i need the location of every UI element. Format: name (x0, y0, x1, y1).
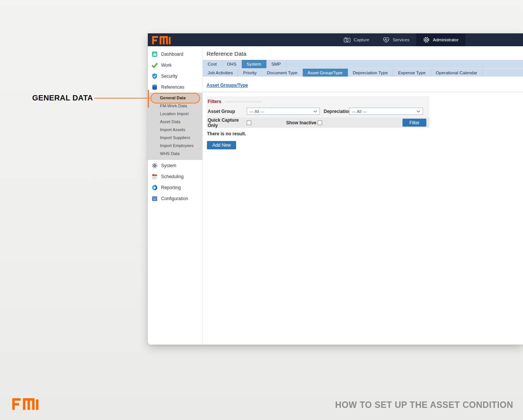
sidebar-item-label: Work (161, 63, 172, 68)
tab-smp[interactable]: SMP (266, 60, 286, 68)
calendar-icon (152, 174, 158, 180)
show-inactive-checkbox[interactable] (318, 121, 322, 125)
tab-cost[interactable]: Cost (203, 60, 222, 68)
fmi-logo-icon (151, 35, 175, 45)
sidebar-item-work[interactable]: Work (148, 60, 202, 71)
divider (203, 92, 523, 92)
footer-logo (11, 396, 44, 412)
dashboard-icon (152, 51, 158, 57)
sidebar-item-security[interactable]: Security (148, 71, 202, 81)
tab-operational-calendar[interactable]: Operational Calendar (431, 69, 482, 77)
tabs-row-1: Cost OHS System SMP (203, 60, 523, 68)
sidebar: Dashboard Work Security (148, 46, 203, 345)
sidebar-item-label: Dashboard (161, 52, 183, 57)
asset-group-label: Asset Group (208, 109, 247, 114)
sidebar-item-system[interactable]: System (148, 160, 202, 171)
sidebar-item-configuration[interactable]: Configuration (148, 193, 202, 204)
tab-depreciation-type[interactable]: Depreciation Type (348, 69, 393, 77)
app-window: Capture Services Administrator (148, 33, 523, 345)
filters-title: Filters (208, 99, 221, 104)
gear-icon (152, 163, 158, 169)
capture-button[interactable]: Capture (337, 33, 376, 46)
page: Capture Services Administrator (0, 0, 523, 420)
asset-groups-type-link[interactable]: Asset Groups/Type (207, 83, 248, 88)
shield-icon (152, 73, 158, 79)
sidebar-item-references[interactable]: References (148, 81, 202, 92)
sidebar-item-label: Reporting (161, 185, 181, 190)
filters-row-dropdowns: Asset Group --- All --- Depreciation ---… (207, 105, 429, 118)
section-link-row: Asset Groups/Type (203, 77, 523, 92)
page-title: Reference Data (203, 46, 523, 60)
app-header: Capture Services Administrator (148, 33, 523, 46)
main-content: Reference Data Cost OHS System SMP Job A… (203, 46, 523, 345)
filters-legend: Filters (207, 96, 429, 105)
depreciation-selected-value: --- All --- (352, 109, 367, 114)
quick-capture-only-checkbox[interactable] (247, 121, 251, 125)
services-label: Services (393, 38, 409, 42)
tab-expense-type[interactable]: Expense Type (393, 69, 431, 77)
chevron-down-icon (417, 110, 420, 113)
sidebar-item-import-assets[interactable]: Import Assets (148, 126, 202, 134)
sidebar-item-label: System (161, 163, 176, 168)
sidebar-item-location-import[interactable]: Location Import (148, 110, 202, 118)
camera-icon (344, 37, 351, 42)
tab-priority[interactable]: Priority (238, 69, 262, 77)
gear-icon (423, 36, 430, 43)
sidebar-item-label: References (161, 85, 184, 90)
add-new-button[interactable]: Add New (207, 141, 236, 149)
filters-row-checkboxes: Quick Capture Only Show Inactive Filter (207, 118, 429, 128)
tab-system[interactable]: System (242, 60, 266, 68)
sidebar-item-import-employees[interactable]: Import Employees (148, 142, 202, 150)
footer-title: HOW TO SET UP THE ASSET CONDITION (335, 400, 513, 410)
no-result-text: There is no result. (207, 131, 523, 136)
tabs-row-2: Job Activities Priority Document Type As… (203, 68, 523, 77)
capture-label: Capture (354, 38, 369, 42)
filter-button[interactable]: Filter (402, 119, 426, 127)
asset-group-selected-value: --- All --- (249, 109, 265, 114)
sidebar-item-dashboard[interactable]: Dashboard (148, 49, 202, 60)
sidebar-item-label: Scheduling (161, 174, 183, 179)
tab-job-activities[interactable]: Job Activities (203, 69, 238, 77)
administrator-label: Administrator (433, 38, 459, 42)
callout-label: GENERAL DATA (32, 94, 93, 102)
donut-chart-icon (152, 185, 158, 191)
fmi-logo-icon (11, 396, 44, 411)
sidebar-item-asset-data[interactable]: Asset Data (148, 118, 202, 126)
heart-pulse-icon (383, 37, 390, 43)
quick-capture-only-label: Quick Capture Only (208, 118, 247, 128)
app-body: Dashboard Work Security (148, 46, 523, 345)
tab-asset-group-type[interactable]: Asset Group/Type (303, 69, 348, 77)
callout-tick-line (148, 90, 149, 108)
tab-ohs[interactable]: OHS (222, 60, 242, 68)
check-icon (152, 62, 158, 68)
depreciation-select[interactable]: --- All --- (349, 108, 423, 115)
services-button[interactable]: Services (376, 33, 416, 46)
sidebar-item-label: Security (161, 74, 177, 79)
callout-connector-line (94, 98, 150, 99)
sidebar-item-reporting[interactable]: Reporting (148, 182, 202, 193)
list-icon (152, 196, 158, 202)
callout-highlight-box (150, 93, 200, 103)
legend-line (225, 102, 262, 102)
administrator-button[interactable]: Administrator (416, 33, 465, 46)
depreciation-label: Depreciation (324, 109, 349, 114)
show-inactive-label: Show Inactive (286, 120, 316, 125)
app-logo (148, 33, 175, 46)
asset-group-select[interactable]: --- All --- (247, 108, 320, 115)
sidebar-item-scheduling[interactable]: Scheduling (148, 171, 202, 182)
header-actions: Capture Services Administrator (337, 33, 465, 46)
sidebar-item-import-suppliers[interactable]: Import Suppliers (148, 134, 202, 142)
sidebar-item-label: Configuration (161, 196, 188, 201)
chevron-down-icon (313, 110, 317, 113)
filters-panel: Filters Asset Group --- All --- Deprecia… (207, 96, 429, 128)
sidebar-item-whs-data[interactable]: WHS Data (148, 150, 202, 158)
database-icon (152, 84, 158, 90)
tab-document-type[interactable]: Document Type (262, 69, 302, 77)
